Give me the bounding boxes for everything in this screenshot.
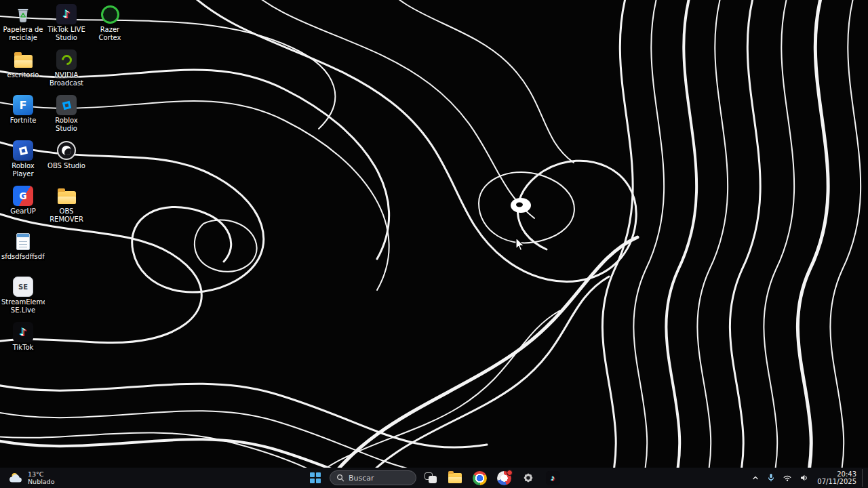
- file-explorer-folder-icon: [448, 473, 462, 483]
- system-tray: 20:43 07/11/2025: [749, 468, 865, 488]
- folder-icon: [56, 185, 77, 207]
- desktop-icon-recycle-bin[interactable]: Papelera de reciclaje: [1, 1, 45, 47]
- weather-widget[interactable]: 13°C Nublado: [3, 468, 60, 488]
- fortnite-icon: F: [12, 94, 34, 116]
- desktop-icon-label: Papelera de reciclaje: [1, 26, 45, 41]
- volume-tray-button[interactable]: [797, 469, 812, 487]
- windows-logo-icon: [310, 472, 321, 483]
- task-view-icon: [425, 472, 437, 483]
- desktop-icon-label: TikTok: [1, 344, 45, 352]
- browser-logo-icon: [497, 471, 511, 485]
- obs-studio-icon: [56, 140, 77, 161]
- settings-gear-icon: [521, 471, 535, 485]
- desktop-icons: Papelera de reciclaje ♪ TikTok LIVE Stud…: [1, 1, 132, 365]
- tray-time: 20:43: [817, 470, 856, 479]
- chrome-button[interactable]: [469, 469, 490, 487]
- desktop-icon-tiktok-live-studio[interactable]: ♪ TikTok LIVE Studio: [45, 1, 88, 47]
- weather-condition: Nublado: [28, 478, 54, 485]
- task-view-button[interactable]: [420, 469, 441, 487]
- microphone-tray-button[interactable]: [764, 469, 778, 487]
- desktop-icon-label: Roblox Studio: [45, 117, 88, 132]
- chrome-icon: [473, 471, 487, 485]
- desktop-icon-streamelements-se-live[interactable]: SE StreamElements SE.Live: [1, 274, 45, 319]
- desktop-icon-label: TikTok LIVE Studio: [45, 26, 88, 41]
- network-tray-button[interactable]: [780, 469, 795, 487]
- tiktok-live-studio-icon: ♪: [56, 3, 77, 25]
- folder-icon: [12, 49, 34, 70]
- desktop-icon-nvidia-broadcast[interactable]: NVIDIA Broadcast: [45, 47, 88, 92]
- volume-icon: [800, 474, 809, 482]
- desktop-icon-label: OBS Studio: [45, 162, 88, 170]
- taskbar-center-group: Buscar: [305, 468, 563, 488]
- weather-temperature: 13°C: [28, 470, 54, 478]
- search-icon: [336, 474, 344, 482]
- desktop-icon-label: StreamElements SE.Live: [1, 298, 45, 314]
- desktop-icon-label: GearUP: [1, 207, 45, 216]
- taskbar: 13°C Nublado Buscar: [0, 468, 868, 488]
- desktop-icon-razer-cortex[interactable]: Razer Cortex: [88, 1, 132, 47]
- taskbar-search-box[interactable]: Buscar: [330, 470, 416, 485]
- desktop-icon-obs-studio[interactable]: OBS Studio: [45, 138, 88, 183]
- desktop-icon-label: OBS REMOVER BACKGROU...: [45, 207, 88, 224]
- clock[interactable]: 20:43 07/11/2025: [817, 470, 856, 486]
- desktop-icon-gearup[interactable]: G GearUP: [1, 183, 45, 228]
- desktop-icon-label: Fortnite: [1, 117, 45, 125]
- desktop-icon-roblox-studio[interactable]: Roblox Studio: [45, 92, 88, 138]
- desktop-icon-obs-remover-backgrou[interactable]: OBS REMOVER BACKGROU...: [45, 183, 88, 228]
- streamelements-icon: SE: [12, 276, 34, 298]
- tiktok-icon: ♪: [546, 471, 560, 485]
- razer-cortex-icon: [99, 3, 121, 25]
- desktop-icon-label: escritorio: [1, 71, 45, 79]
- desktop[interactable]: Papelera de reciclaje ♪ TikTok LIVE Stud…: [0, 0, 868, 488]
- desktop-icon-fortnite[interactable]: F Fortnite: [1, 92, 45, 138]
- gearup-icon: G: [12, 185, 34, 207]
- roblox-studio-icon: [56, 94, 77, 116]
- roblox-player-icon: [12, 140, 34, 161]
- wifi-icon: [783, 474, 792, 482]
- tiktok-taskbar-button[interactable]: ♪: [542, 469, 563, 487]
- document-icon: [12, 230, 34, 252]
- desktop-icon-tiktok[interactable]: ♪ TikTok: [1, 319, 45, 365]
- cloudy-weather-icon: [8, 470, 24, 486]
- nvidia-broadcast-icon: [56, 49, 77, 70]
- settings-button[interactable]: [518, 469, 538, 487]
- start-button[interactable]: [305, 469, 326, 487]
- recycle-bin-icon: [12, 3, 34, 25]
- desktop-icon-label: Razer Cortex: [88, 26, 132, 41]
- chevron-up-icon: [751, 474, 760, 482]
- mic-icon: [767, 473, 775, 483]
- desktop-icon-roblox-player[interactable]: Roblox Player: [1, 138, 45, 183]
- hidden-icons-button[interactable]: [749, 469, 762, 487]
- desktop-icon-label: Roblox Player: [1, 162, 45, 178]
- tray-date: 07/11/2025: [817, 478, 856, 486]
- desktop-icon-label: sfdsdfsdffsdfds...: [1, 253, 45, 261]
- tiktok-icon: ♪: [12, 321, 34, 343]
- desktop-icon-escritorio[interactable]: escritorio: [1, 47, 45, 92]
- search-placeholder: Buscar: [349, 474, 374, 483]
- desktop-icon-sfdsdfsdffsdfds[interactable]: sfdsdfsdffsdfds...: [1, 228, 45, 274]
- show-desktop-button[interactable]: [862, 469, 865, 487]
- file-explorer-button[interactable]: [445, 469, 465, 487]
- desktop-icon-label: NVIDIA Broadcast: [45, 71, 88, 87]
- browser-button[interactable]: [494, 469, 514, 487]
- mouse-cursor: [514, 237, 528, 252]
